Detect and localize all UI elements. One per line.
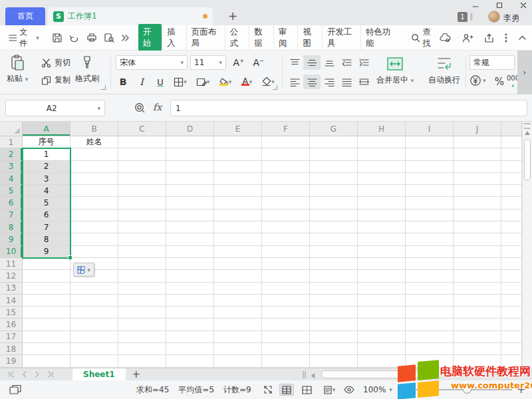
- cell-A9[interactable]: 8: [23, 233, 70, 245]
- cell-G12[interactable]: [310, 270, 358, 282]
- row-header-1[interactable]: 1: [0, 136, 23, 148]
- cell-H11[interactable]: [358, 258, 406, 270]
- cell-B13[interactable]: [70, 283, 118, 295]
- switch-windows-icon[interactable]: [9, 384, 23, 396]
- cell-H13[interactable]: [358, 283, 406, 295]
- normal-view-button[interactable]: [279, 384, 294, 396]
- cell-E9[interactable]: [214, 233, 262, 245]
- cell-I9[interactable]: [406, 233, 454, 245]
- cell-F6[interactable]: [262, 197, 310, 209]
- cell-partial-8[interactable]: [501, 221, 522, 233]
- cell-D11[interactable]: [166, 258, 214, 270]
- cell-A1[interactable]: 序号: [23, 136, 70, 148]
- row-header-7[interactable]: 7: [0, 209, 23, 221]
- menu-tab-视图[interactable]: 视图: [297, 24, 322, 52]
- cell-E7[interactable]: [214, 209, 262, 221]
- cell-E19[interactable]: [214, 355, 262, 367]
- user-avatar[interactable]: [488, 11, 500, 23]
- cell-B4[interactable]: [70, 173, 118, 185]
- row-header-2[interactable]: 2: [0, 148, 23, 160]
- window-count-badge[interactable]: 1: [458, 12, 467, 22]
- vertical-scrollbar[interactable]: [522, 122, 532, 368]
- cell-E3[interactable]: [214, 161, 262, 173]
- page-break-view-button[interactable]: [299, 384, 314, 396]
- column-header-H[interactable]: H: [358, 122, 406, 136]
- cell-B6[interactable]: [70, 197, 118, 209]
- cell-D3[interactable]: [166, 161, 214, 173]
- cell-G14[interactable]: [310, 295, 358, 307]
- scroll-up-arrow[interactable]: [525, 131, 530, 135]
- cell-E2[interactable]: [214, 148, 262, 160]
- cell-F12[interactable]: [262, 270, 310, 282]
- row-header-10[interactable]: 10: [0, 246, 23, 258]
- new-tab-button[interactable]: +: [225, 8, 241, 24]
- cell-E17[interactable]: [214, 331, 262, 343]
- cell-G16[interactable]: [310, 319, 358, 331]
- first-sheet-icon[interactable]: [8, 371, 15, 378]
- cell-I14[interactable]: [406, 295, 454, 307]
- cell-C15[interactable]: [118, 307, 166, 319]
- cell-E10[interactable]: [214, 246, 262, 258]
- cell-partial-16[interactable]: [501, 319, 522, 331]
- cell-I15[interactable]: [406, 307, 454, 319]
- cell-J15[interactable]: [454, 307, 501, 319]
- horizontal-split-handle[interactable]: [303, 371, 306, 378]
- cell-C10[interactable]: [118, 246, 166, 258]
- cell-A17[interactable]: [23, 331, 70, 343]
- cell-J12[interactable]: [454, 270, 501, 282]
- align-top-button[interactable]: [286, 55, 303, 70]
- last-sheet-icon[interactable]: [47, 371, 54, 378]
- add-user-icon[interactable]: [462, 33, 473, 43]
- cell-H1[interactable]: [358, 136, 406, 148]
- cell-partial-4[interactable]: [501, 173, 522, 185]
- cell-J14[interactable]: [454, 295, 501, 307]
- cell-J10[interactable]: [454, 246, 501, 258]
- cell-C17[interactable]: [118, 331, 166, 343]
- cell-A7[interactable]: 6: [23, 209, 70, 221]
- cell-partial-9[interactable]: [501, 233, 522, 245]
- column-header-A[interactable]: A: [23, 122, 70, 136]
- cell-C5[interactable]: [118, 185, 166, 197]
- cell-D2[interactable]: [166, 148, 214, 160]
- cell-A5[interactable]: 4: [23, 185, 70, 197]
- borders-button[interactable]: ▾: [172, 74, 189, 89]
- save-icon[interactable]: [52, 33, 63, 43]
- cell-D14[interactable]: [166, 295, 214, 307]
- grow-font-button[interactable]: A⁺: [230, 55, 247, 70]
- font-size-select[interactable]: 11 ▾: [190, 55, 226, 70]
- cell-F8[interactable]: [262, 221, 310, 233]
- justify-button[interactable]: [338, 74, 355, 89]
- cloud-sync-icon[interactable]: [440, 33, 452, 43]
- cell-I16[interactable]: [406, 319, 454, 331]
- cell-partial-13[interactable]: [501, 283, 522, 295]
- cell-G4[interactable]: [310, 173, 358, 185]
- cell-C3[interactable]: [118, 161, 166, 173]
- cell-E16[interactable]: [214, 319, 262, 331]
- cell-B3[interactable]: [70, 161, 118, 173]
- fit-selection-icon[interactable]: [261, 384, 275, 396]
- cell-J7[interactable]: [454, 209, 501, 221]
- decrease-indent-button[interactable]: [338, 55, 355, 70]
- increase-indent-button[interactable]: [355, 55, 372, 70]
- format-painter-button[interactable]: 格式刷: [75, 55, 99, 84]
- cell-F19[interactable]: [262, 355, 310, 367]
- cell-D16[interactable]: [166, 319, 214, 331]
- shrink-font-button[interactable]: A⁻: [250, 55, 267, 70]
- row-header-18[interactable]: 18: [0, 343, 23, 355]
- cell-J11[interactable]: [454, 258, 501, 270]
- row-header-6[interactable]: 6: [0, 197, 23, 209]
- cell-J1[interactable]: [454, 136, 501, 148]
- distribute-text-button[interactable]: [355, 74, 372, 89]
- cell-J6[interactable]: [454, 197, 501, 209]
- cell-J16[interactable]: [454, 319, 501, 331]
- file-menu[interactable]: 文件 ▾: [5, 25, 43, 51]
- cell-C12[interactable]: [118, 270, 166, 282]
- cell-C19[interactable]: [118, 355, 166, 367]
- column-header-I[interactable]: I: [406, 122, 454, 136]
- minimize-button[interactable]: [466, 0, 485, 11]
- cell-J13[interactable]: [454, 283, 501, 295]
- menu-tab-审阅[interactable]: 审阅: [273, 24, 298, 52]
- menu-tab-页面布局[interactable]: 页面布局: [186, 24, 225, 52]
- row-header-17[interactable]: 17: [0, 331, 23, 343]
- home-tab[interactable]: 首页: [5, 7, 45, 25]
